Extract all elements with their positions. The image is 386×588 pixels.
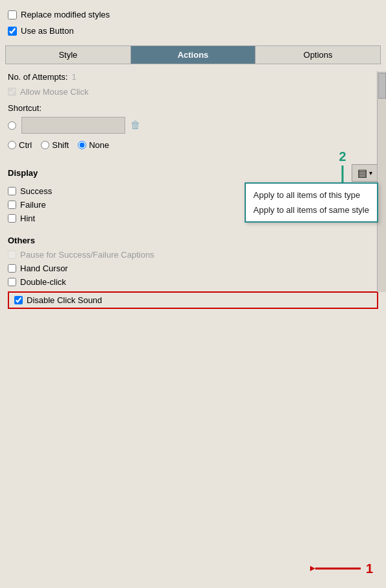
use-as-button-row: Use as Button [0,23,386,39]
apply-button[interactable]: ▤ ▾ [352,164,378,182]
radio-ctrl: Ctrl [8,140,32,150]
display-header: Display ▤ ▾ Apply to all items of this t… [8,160,378,184]
display-success-checkbox[interactable] [8,187,16,195]
trash-icon[interactable]: 🗑 [130,119,141,131]
display-section: Display ▤ ▾ Apply to all items of this t… [0,155,386,225]
apply-btn-wrapper: ▤ ▾ Apply to all items of this type Appl… [352,164,378,182]
display-failure-checkbox[interactable] [8,201,16,209]
hand-cursor-label: Hand Cursor [20,263,68,273]
hand-cursor-row: Hand Cursor [8,262,378,275]
tab-style[interactable]: Style [6,46,131,64]
display-success-label: Success [20,186,52,196]
apply-chevron: ▾ [369,169,372,177]
use-as-button-checkbox[interactable] [8,27,17,36]
double-click-row: Double-click [8,275,378,289]
replace-modified-label: Replace modified styles [21,10,110,19]
radio-none: None [78,140,109,150]
attempts-row: No. of Attempts: 1 [8,69,378,84]
arrow-2-number: 2 [339,149,346,164]
disable-click-sound-label: Disable Click Sound [27,295,102,305]
radio-shift-label: Shift [52,140,69,150]
display-failure-label: Failure [20,200,46,210]
use-as-button-label: Use as Button [21,26,74,36]
hand-cursor-checkbox[interactable] [8,264,16,273]
disable-click-sound-checkbox[interactable] [14,296,23,304]
actions-section: No. of Attempts: 1 Allow Mouse Click Sho… [0,64,386,155]
display-hint-checkbox[interactable] [8,214,16,223]
radio-ctrl-label: Ctrl [19,140,32,150]
shortcut-row: 🗑 [8,116,378,138]
shortcut-label: Shortcut: [8,99,378,116]
arrow-1-svg [310,561,362,576]
double-click-label: Double-click [20,277,66,287]
pause-checkbox [8,251,16,259]
radio-row: Ctrl Shift None [8,138,378,155]
radio-ctrl-input[interactable] [8,141,16,149]
radio-shift-input[interactable] [41,141,49,149]
tab-bar: Style Actions Options [5,45,381,64]
attempts-label: No. of Attempts: [8,72,68,82]
attempts-value: 1 [72,72,77,82]
arrow-1-annotation: 1 [310,561,373,576]
apply-type-item[interactable]: Apply to all items of this type [254,188,369,202]
radio-none-input[interactable] [78,141,86,149]
radio-shift: Shift [41,140,69,150]
replace-modified-row: Replace modified styles [0,6,386,23]
disable-click-sound-row: Disable Click Sound [8,291,378,309]
double-click-checkbox[interactable] [8,278,16,286]
arrow-1-number: 1 [366,561,373,576]
tab-options[interactable]: Options [256,46,380,64]
others-title: Others [8,230,378,248]
display-hint-label: Hint [20,214,35,223]
shortcut-input[interactable] [21,117,125,134]
replace-modified-checkbox[interactable] [8,10,17,19]
apply-icon: ▤ [357,167,367,179]
allow-mouse-click-row: Allow Mouse Click [8,84,378,99]
display-header-container: Display ▤ ▾ Apply to all items of this t… [8,160,378,184]
radio-none-label: None [89,140,109,150]
others-section: Others Pause for Success/Failure Caption… [0,225,386,309]
scrollbar[interactable] [377,71,386,292]
scrollbar-thumb[interactable] [378,73,386,99]
allow-mouse-click-label: Allow Mouse Click [20,87,88,97]
display-title: Display [8,168,38,178]
tab-actions[interactable]: Actions [131,46,256,64]
apply-dropdown: Apply to all items of this type Apply to… [245,182,378,223]
shortcut-radio-none-main[interactable] [8,121,16,130]
pause-row: Pause for Success/Failure Captions [8,248,378,262]
pause-label: Pause for Success/Failure Captions [20,250,154,260]
apply-style-item[interactable]: Apply to all items of same style [254,202,369,217]
allow-mouse-click-checkbox [8,88,16,96]
main-panel: Replace modified styles Use as Button St… [0,0,386,588]
